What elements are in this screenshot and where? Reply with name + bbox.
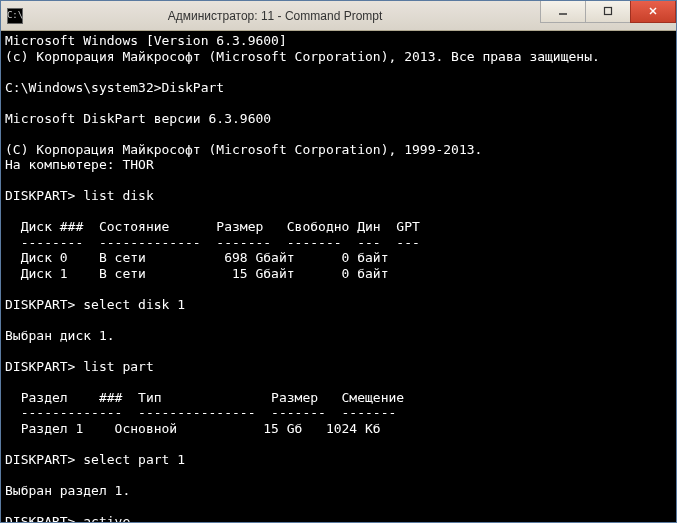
minimize-button[interactable] (540, 1, 586, 23)
maximize-icon (603, 6, 613, 16)
titlebar[interactable]: C:\ Администратор: 11 - Command Prompt (1, 1, 676, 31)
app-icon-glyph: C:\ (7, 11, 23, 20)
maximize-button[interactable] (585, 1, 631, 23)
close-button[interactable] (630, 1, 676, 23)
minimize-icon (558, 6, 568, 16)
app-icon: C:\ (7, 8, 23, 24)
window-title: Администратор: 11 - Command Prompt (29, 9, 541, 23)
command-prompt-window: C:\ Администратор: 11 - Command Prompt M… (0, 0, 677, 523)
window-buttons (541, 1, 676, 23)
terminal-output[interactable]: Microsoft Windows [Version 6.3.9600] (c)… (1, 31, 676, 522)
svg-rect-1 (605, 8, 612, 15)
close-icon (648, 6, 658, 16)
